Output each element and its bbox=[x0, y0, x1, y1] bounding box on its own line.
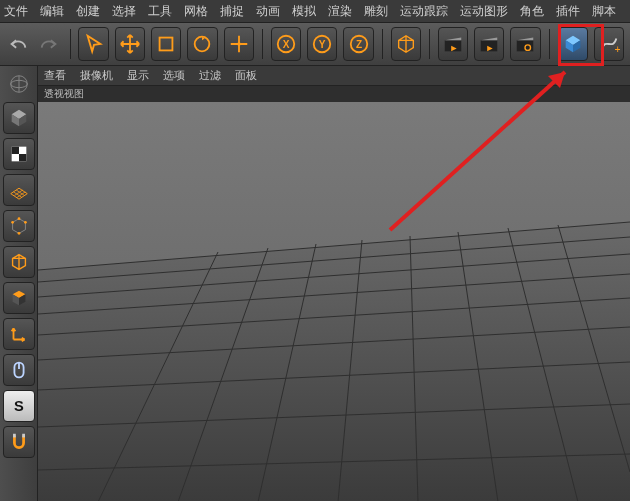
cube-edges-icon bbox=[8, 251, 30, 273]
edges-mode-button[interactable] bbox=[3, 246, 35, 278]
snap-button[interactable]: S bbox=[3, 390, 35, 422]
rotate-icon bbox=[191, 33, 213, 55]
svg-text:S: S bbox=[14, 398, 24, 414]
add-spline-button[interactable]: + bbox=[594, 27, 624, 61]
separator bbox=[549, 29, 550, 59]
view-menu-display[interactable]: 显示 bbox=[127, 68, 149, 83]
clapper-gear-icon bbox=[514, 33, 536, 55]
workplane-button[interactable] bbox=[3, 174, 35, 206]
menu-track[interactable]: 运动跟踪 bbox=[400, 3, 448, 20]
svg-rect-17 bbox=[11, 147, 18, 154]
menu-tools[interactable]: 工具 bbox=[148, 3, 172, 20]
view-menu-panel[interactable]: 面板 bbox=[235, 68, 257, 83]
x-axis-icon: X bbox=[275, 33, 297, 55]
layout-globe-button[interactable] bbox=[3, 70, 35, 98]
svg-text:+: + bbox=[614, 43, 620, 55]
redo-icon bbox=[38, 33, 60, 55]
content-area: S 查看 摄像机 显示 选项 过滤 面板 透视视图 bbox=[0, 66, 630, 501]
live-select-button[interactable] bbox=[78, 27, 108, 61]
menu-edit[interactable]: 编辑 bbox=[40, 3, 64, 20]
separator bbox=[262, 29, 263, 59]
viewport-menubar: 查看 摄像机 显示 选项 过滤 面板 bbox=[38, 66, 630, 86]
scale-button[interactable] bbox=[151, 27, 181, 61]
view-menu-options[interactable]: 选项 bbox=[163, 68, 185, 83]
render-view-button[interactable] bbox=[438, 27, 468, 61]
render-pv-button[interactable] bbox=[474, 27, 504, 61]
spline-icon: + bbox=[598, 33, 620, 55]
cursor-icon bbox=[83, 33, 105, 55]
axis-y-button[interactable]: Y bbox=[307, 27, 337, 61]
main-toolbar: X Y Z + bbox=[0, 22, 630, 66]
magnet-button[interactable] bbox=[3, 426, 35, 458]
viewport-label: 透视视图 bbox=[38, 86, 630, 102]
checker-icon bbox=[8, 143, 30, 165]
svg-point-22 bbox=[17, 232, 20, 235]
menu-select[interactable]: 选择 bbox=[112, 3, 136, 20]
menu-script[interactable]: 脚本 bbox=[592, 3, 616, 20]
points-mode-button[interactable] bbox=[3, 210, 35, 242]
viewport-wrap: 查看 摄像机 显示 选项 过滤 面板 透视视图 bbox=[38, 66, 630, 501]
menu-plugins[interactable]: 插件 bbox=[556, 3, 580, 20]
menu-character[interactable]: 角色 bbox=[520, 3, 544, 20]
separator bbox=[429, 29, 430, 59]
svg-point-21 bbox=[11, 221, 14, 224]
axis-tool-button[interactable] bbox=[3, 318, 35, 350]
grid-plane-icon bbox=[8, 179, 30, 201]
cube-primitive-icon bbox=[562, 33, 584, 55]
svg-text:Y: Y bbox=[319, 39, 326, 50]
floor-grid bbox=[38, 102, 630, 501]
svg-rect-26 bbox=[13, 434, 16, 438]
move-icon bbox=[119, 33, 141, 55]
svg-rect-18 bbox=[19, 154, 26, 161]
cube-points-icon bbox=[8, 215, 30, 237]
last-tool-button[interactable] bbox=[224, 27, 254, 61]
menu-render[interactable]: 渲染 bbox=[328, 3, 352, 20]
view-menu-view[interactable]: 查看 bbox=[44, 68, 66, 83]
axis-icon bbox=[8, 323, 30, 345]
menu-create[interactable]: 创建 bbox=[76, 3, 100, 20]
svg-rect-0 bbox=[160, 38, 173, 51]
add-cube-button[interactable] bbox=[558, 27, 588, 61]
svg-text:X: X bbox=[283, 39, 290, 50]
menu-mesh[interactable]: 网格 bbox=[184, 3, 208, 20]
svg-text:Z: Z bbox=[355, 39, 361, 50]
undo-icon bbox=[7, 33, 29, 55]
globe-icon bbox=[8, 73, 30, 95]
magnet-icon bbox=[8, 431, 30, 453]
model-mode-button[interactable] bbox=[3, 102, 35, 134]
snap-s-icon: S bbox=[8, 395, 30, 417]
menu-anim[interactable]: 动画 bbox=[256, 3, 280, 20]
render-settings-button[interactable] bbox=[510, 27, 540, 61]
coord-system-button[interactable] bbox=[391, 27, 421, 61]
perspective-viewport[interactable] bbox=[38, 102, 630, 501]
polygons-mode-button[interactable] bbox=[3, 282, 35, 314]
view-menu-camera[interactable]: 摄像机 bbox=[80, 68, 113, 83]
crosshair-icon bbox=[228, 33, 250, 55]
z-axis-icon: Z bbox=[348, 33, 370, 55]
side-toolbar: S bbox=[0, 66, 38, 501]
svg-marker-28 bbox=[38, 222, 630, 501]
cube-poly-icon bbox=[8, 287, 30, 309]
redo-button[interactable] bbox=[37, 27, 62, 61]
main-menubar: 文件 编辑 创建 选择 工具 网格 捕捉 动画 模拟 渲染 雕刻 运动跟踪 运动… bbox=[0, 0, 630, 22]
svg-point-19 bbox=[17, 217, 20, 220]
cube-solid-icon bbox=[8, 107, 30, 129]
rotate-button[interactable] bbox=[187, 27, 217, 61]
undo-button[interactable] bbox=[6, 27, 31, 61]
menu-sim[interactable]: 模拟 bbox=[292, 3, 316, 20]
axis-z-button[interactable]: Z bbox=[343, 27, 373, 61]
svg-rect-27 bbox=[22, 434, 25, 438]
tweak-button[interactable] bbox=[3, 354, 35, 386]
cube-orange-icon bbox=[395, 33, 417, 55]
menu-snap[interactable]: 捕捉 bbox=[220, 3, 244, 20]
menu-mograph[interactable]: 运动图形 bbox=[460, 3, 508, 20]
y-axis-icon: Y bbox=[311, 33, 333, 55]
menu-sculpt[interactable]: 雕刻 bbox=[364, 3, 388, 20]
scale-icon bbox=[155, 33, 177, 55]
clapper-play-icon bbox=[478, 33, 500, 55]
move-button[interactable] bbox=[115, 27, 145, 61]
menu-file[interactable]: 文件 bbox=[4, 3, 28, 20]
view-menu-filter[interactable]: 过滤 bbox=[199, 68, 221, 83]
axis-x-button[interactable]: X bbox=[271, 27, 301, 61]
texture-mode-button[interactable] bbox=[3, 138, 35, 170]
